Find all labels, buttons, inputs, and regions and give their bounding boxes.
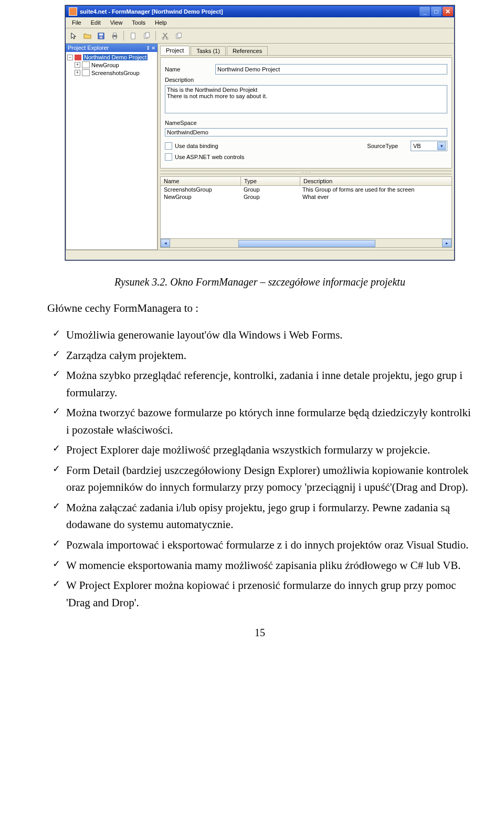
namespace-label: NameSpace	[165, 120, 212, 126]
svg-rect-8	[145, 32, 149, 37]
tree-root[interactable]: − Northwind Demo Project	[67, 54, 156, 61]
maximize-button[interactable]: □	[431, 7, 442, 16]
svg-rect-4	[113, 33, 116, 35]
cell-desc: What ever	[299, 193, 452, 201]
cell-name: ScreenshotsGroup	[161, 186, 240, 193]
name-field[interactable]	[215, 64, 447, 75]
sourcetype-select[interactable]: VB ▾	[411, 141, 447, 151]
list-item: Można szybko przeglądać referencje, kont…	[47, 367, 472, 401]
page-icon[interactable]	[127, 30, 139, 41]
list-item: Umożliwia generowanie layout'ów dla Wind…	[47, 327, 472, 344]
tab-strip: Project Tasks (1) References	[160, 46, 452, 56]
list-item: W momencie eksportowania mamy możliwość …	[47, 557, 472, 574]
name-label: Name	[165, 66, 212, 72]
checkbox-label: Use ASP.NET web controls	[175, 154, 244, 160]
minimize-button[interactable]: _	[419, 7, 430, 16]
splitter-handle[interactable]: · · ·	[160, 171, 452, 174]
use-data-binding-checkbox[interactable]: Use data binding	[165, 142, 218, 150]
copy-icon[interactable]	[173, 30, 184, 41]
group-icon	[82, 61, 90, 68]
chevron-down-icon: ▾	[437, 142, 446, 150]
expand-icon[interactable]: +	[75, 62, 80, 68]
cursor-icon[interactable]	[68, 30, 79, 41]
tree-node[interactable]: + ScreenshotsGroup	[75, 69, 156, 77]
svg-rect-2	[99, 36, 102, 38]
list-item: Można tworzyć bazowe formularze po który…	[47, 404, 472, 438]
use-asp-checkbox[interactable]: Use ASP.NET web controls	[165, 153, 244, 161]
sourcetype-label: SourceType	[367, 143, 398, 149]
svg-rect-6	[131, 33, 135, 38]
tree-node-label: ScreenshotsGroup	[91, 70, 140, 76]
checkbox-icon	[165, 142, 172, 150]
expand-icon[interactable]: +	[75, 70, 80, 76]
project-panel: Name Description NameSpace Use da	[160, 57, 452, 168]
tree-node[interactable]: + NewGroup	[75, 61, 156, 69]
col-type[interactable]: Type	[241, 177, 300, 185]
menu-help[interactable]: Help	[151, 18, 171, 27]
cell-type: Group	[240, 193, 299, 201]
list-item: Zarządza całym projektem.	[47, 347, 472, 364]
project-tree[interactable]: − Northwind Demo Project + NewGroup + Sc…	[66, 52, 158, 250]
project-explorer-title: Project Explorer	[68, 45, 109, 51]
toolbar-separator	[155, 31, 156, 40]
figure-caption: Rysunek 3.2. Okno FormManager – szczegół…	[47, 276, 472, 288]
svg-rect-12	[177, 33, 181, 37]
tree-node-label: NewGroup	[91, 62, 119, 68]
checkbox-label: Use data binding	[175, 143, 218, 149]
svg-rect-5	[113, 37, 116, 39]
main-area: Project Tasks (1) References Name Descri…	[158, 44, 454, 250]
tree-root-label: Northwind Demo Project	[83, 54, 148, 60]
menu-file[interactable]: File	[68, 18, 86, 27]
project-explorer-header: Project Explorer ⇕ ✕	[66, 44, 158, 52]
tab-project[interactable]: Project	[160, 46, 190, 55]
table-row[interactable]: NewGroup Group What ever	[161, 193, 452, 201]
group-icon	[82, 69, 90, 76]
print-icon[interactable]	[109, 30, 120, 41]
app-icon	[69, 7, 77, 16]
window-title: suite4.net - FormManager [Northwind Demo…	[80, 8, 419, 15]
toolbar-separator	[123, 31, 124, 40]
menu-view[interactable]: View	[106, 18, 127, 27]
cell-name: NewGroup	[161, 193, 240, 201]
svg-rect-1	[99, 33, 103, 35]
pin-icon[interactable]: ⇕	[146, 45, 150, 51]
menu-tools[interactable]: Tools	[128, 18, 150, 27]
cell-type: Group	[240, 186, 299, 193]
scroll-thumb[interactable]	[238, 240, 375, 247]
menu-edit[interactable]: Edit	[87, 18, 105, 27]
open-icon[interactable]	[81, 30, 93, 41]
pages-icon[interactable]	[141, 30, 152, 41]
list-item: Pozwala importować i eksportować formula…	[47, 536, 472, 554]
toolbar	[66, 28, 454, 44]
list-item: Project Explorer daje możliwość przegląd…	[47, 441, 472, 459]
col-description[interactable]: Description	[300, 177, 452, 185]
formmanager-window: suite4.net - FormManager [Northwind Demo…	[65, 5, 455, 260]
checkbox-icon	[165, 153, 172, 161]
col-name[interactable]: Name	[161, 177, 241, 185]
cell-desc: This Group of forms are used for the scr…	[299, 186, 452, 193]
project-explorer-panel: Project Explorer ⇕ ✕ − Northwind Demo Pr…	[66, 44, 158, 250]
title-bar[interactable]: suite4.net - FormManager [Northwind Demo…	[66, 6, 454, 17]
table-row[interactable]: ScreenshotsGroup Group This Group of for…	[161, 186, 452, 193]
tab-tasks[interactable]: Tasks (1)	[191, 46, 226, 55]
scroll-track[interactable]	[170, 239, 442, 247]
feature-list: Umożliwia generowanie layout'ów dla Wind…	[47, 327, 472, 611]
expand-icon[interactable]: −	[67, 55, 73, 60]
description-label: Description	[165, 77, 212, 83]
description-field[interactable]	[165, 85, 447, 113]
groups-grid: Name Type Description ScreenshotsGroup G…	[160, 176, 452, 248]
status-bar	[66, 250, 454, 260]
save-icon[interactable]	[95, 30, 107, 41]
cut-icon[interactable]	[159, 30, 171, 41]
scroll-left-button[interactable]: ◂	[161, 239, 170, 247]
namespace-field[interactable]	[165, 128, 447, 136]
tab-references[interactable]: References	[227, 46, 268, 55]
panel-close-icon[interactable]: ✕	[151, 45, 155, 51]
horizontal-scrollbar[interactable]: ◂ ▸	[161, 238, 452, 247]
scroll-right-button[interactable]: ▸	[442, 239, 452, 247]
sourcetype-value: VB	[413, 143, 421, 149]
lead-paragraph: Główne cechy FormManagera to :	[47, 302, 472, 315]
page-number: 15	[47, 627, 472, 639]
close-button[interactable]: ✕	[443, 7, 453, 16]
list-item: W Project Explorer można kopiować i prze…	[47, 577, 472, 611]
